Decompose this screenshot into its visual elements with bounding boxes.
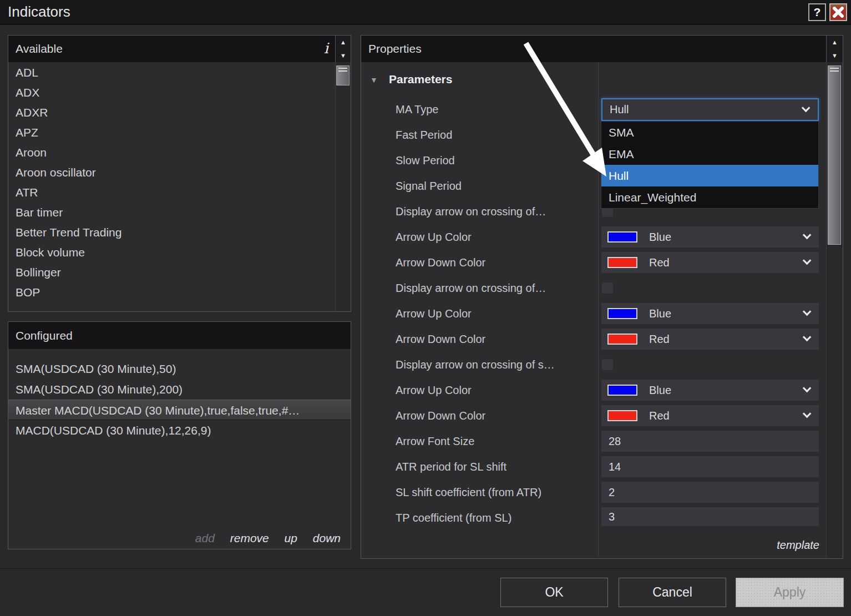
list-item[interactable]: ADXR <box>8 103 335 123</box>
property-label: Arrow Down Color <box>396 403 485 428</box>
scroll-down-button[interactable]: ▼ <box>336 49 351 62</box>
sl-shift-coefficient-input[interactable]: 2 <box>601 482 819 503</box>
configured-item[interactable]: MACD(USDCAD (30 Minute),12,26,9) <box>8 420 351 441</box>
option-sma[interactable]: SMA <box>601 122 818 143</box>
option-ema[interactable]: EMA <box>601 143 818 165</box>
up-link[interactable]: up <box>285 532 297 544</box>
list-item[interactable]: ADX <box>8 83 335 103</box>
property-label: Arrow Down Color <box>396 326 485 352</box>
property-label: TP coefficient (from SL) <box>396 505 511 531</box>
display-arrow-checkbox[interactable] <box>601 282 614 294</box>
list-item[interactable]: APZ <box>8 123 335 143</box>
property-label: Arrow Up Color <box>396 224 472 250</box>
available-list: ADL ADX ADXR APZ Aroon Aroon oscillator … <box>8 63 335 302</box>
properties-panel: Properties ▲ ▼ ▼ Parameters MA Type Hull… <box>361 35 843 559</box>
configured-item[interactable]: SMA(USDCAD (30 Minute),200) <box>8 379 351 400</box>
property-row: TP coefficient (from SL) 3 <box>361 505 826 531</box>
property-label: ATR period for SL shift <box>396 454 506 479</box>
list-item[interactable]: Bollinger <box>8 262 335 282</box>
property-label: Arrow Up Color <box>396 377 472 403</box>
configured-panel: Configured SMA(USDCAD (30 Minute),50) SM… <box>8 321 351 549</box>
property-row: Arrow Down Color Red <box>361 403 826 428</box>
available-scroll-buttons: ▲ ▼ <box>335 36 351 62</box>
apply-button-label: Apply <box>774 585 806 600</box>
color-value: Blue <box>637 384 671 397</box>
property-row: Arrow Down Color Red <box>361 326 826 352</box>
arrow-down-color-dropdown[interactable]: Red <box>601 252 819 273</box>
color-swatch <box>607 334 637 345</box>
tp-coefficient-input[interactable]: 3 <box>601 507 819 526</box>
configured-item[interactable]: SMA(USDCAD (30 Minute),50) <box>8 359 351 379</box>
collapse-triangle-icon[interactable]: ▼ <box>370 75 378 84</box>
color-swatch <box>607 257 637 268</box>
arrow-up-color-dropdown[interactable]: Blue <box>601 380 819 401</box>
add-link[interactable]: add <box>195 532 215 544</box>
property-row: MA Type Hull <box>361 97 826 122</box>
scroll-down-button[interactable]: ▼ <box>827 49 843 62</box>
color-value: Red <box>637 333 670 346</box>
color-value: Red <box>637 410 670 422</box>
cancel-button[interactable]: Cancel <box>619 578 726 607</box>
remove-link[interactable]: remove <box>230 532 269 544</box>
help-button[interactable]: ? <box>808 3 826 21</box>
down-link[interactable]: down <box>313 532 341 544</box>
available-header-label: Available <box>16 36 63 62</box>
close-button[interactable] <box>829 3 847 21</box>
template-link[interactable]: template <box>777 539 819 552</box>
ok-button[interactable]: OK <box>500 578 608 607</box>
field-value: 2 <box>601 486 615 499</box>
properties-scrollbar-thumb[interactable] <box>828 65 841 245</box>
field-value: 28 <box>601 435 621 448</box>
list-item[interactable]: Aroon oscillator <box>8 163 335 183</box>
list-item[interactable]: ATR <box>8 183 335 203</box>
properties-scrollbar-track[interactable] <box>826 62 843 558</box>
list-item[interactable]: Aroon <box>8 143 335 163</box>
property-row: Arrow Up Color Blue <box>361 377 826 403</box>
property-row: ATR period for SL shift 14 <box>361 454 826 479</box>
arrow-up-color-dropdown[interactable]: Blue <box>601 303 819 324</box>
scroll-up-button[interactable]: ▲ <box>827 36 843 49</box>
property-label: Arrow Font Size <box>396 428 474 454</box>
available-scrollbar-track[interactable] <box>335 62 351 311</box>
list-item[interactable]: Better Trend Trading <box>8 223 335 243</box>
scroll-up-button[interactable]: ▲ <box>336 36 351 49</box>
ma-type-value: Hull <box>602 103 629 116</box>
color-swatch <box>607 231 637 243</box>
option-hull-selected[interactable]: Hull <box>601 165 818 186</box>
list-item[interactable]: Bar timer <box>8 203 335 223</box>
color-value: Red <box>637 256 670 269</box>
ma-type-dropdown[interactable]: Hull <box>601 98 819 121</box>
arrow-down-color-dropdown[interactable]: Red <box>601 329 819 350</box>
color-swatch <box>607 385 637 396</box>
chevron-down-icon <box>802 104 811 113</box>
color-value: Blue <box>637 231 671 244</box>
info-icon[interactable]: i <box>324 40 328 57</box>
option-linear-weighted[interactable]: Linear_Weighted <box>601 186 818 208</box>
properties-scroll-buttons: ▲ ▼ <box>826 36 843 62</box>
property-row: Arrow Down Color Red <box>361 250 826 275</box>
help-icon: ? <box>814 6 821 19</box>
property-row: Arrow Up Color Blue <box>361 224 826 250</box>
ma-type-options-list: SMA EMA Hull Linear_Weighted <box>601 121 819 209</box>
up-triangle-icon: ▲ <box>832 39 838 46</box>
apply-button[interactable]: Apply <box>736 578 844 607</box>
available-scrollbar-thumb[interactable] <box>336 65 349 85</box>
display-arrow-checkbox[interactable] <box>601 359 614 371</box>
color-swatch <box>607 410 637 421</box>
arrow-down-color-dropdown[interactable]: Red <box>601 405 819 426</box>
properties-header: Properties ▲ ▼ <box>361 36 843 62</box>
property-row: SL shift coefficient (from ATR) 2 <box>361 479 826 505</box>
configured-actions: add remove up down <box>183 532 341 545</box>
list-item[interactable]: BOP <box>8 282 335 302</box>
down-triangle-icon: ▼ <box>832 52 838 59</box>
arrow-up-color-dropdown[interactable]: Blue <box>601 226 819 248</box>
available-header: Available i ▲ ▼ <box>8 36 351 62</box>
property-label: Arrow Down Color <box>396 250 485 275</box>
configured-item-selected[interactable]: Master MACD(USDCAD (30 Minute),true,fals… <box>8 400 351 420</box>
field-value: 14 <box>601 461 621 473</box>
list-item[interactable]: Block volume <box>8 243 335 262</box>
property-label: Display arrow on crossing of… <box>396 275 546 301</box>
arrow-font-size-input[interactable]: 28 <box>601 431 819 452</box>
list-item[interactable]: ADL <box>8 63 335 83</box>
atr-period-input[interactable]: 14 <box>601 456 819 477</box>
